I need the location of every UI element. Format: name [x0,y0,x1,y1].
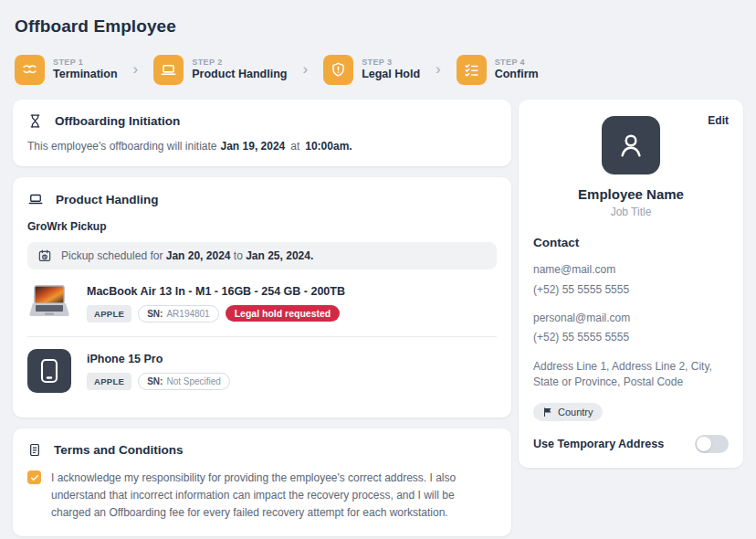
employee-job-title: Job Title [533,206,729,218]
calendar-clock-icon [37,248,52,263]
macbook-photo [27,281,71,325]
flag-icon [542,407,553,417]
card-title: Offboarding Initiation [55,114,180,128]
main-column: Offboarding Initiation This employee's o… [13,100,511,539]
chevron-right-icon: › [133,60,139,79]
step-label: STEP 2 [192,58,287,68]
contact-heading: Contact [533,236,729,249]
iphone-icon [27,349,71,393]
chevron-right-icon: › [302,60,308,79]
initiation-text: This employee's offboarding will initiat… [27,140,497,153]
page-title: Offboard Employee [15,16,743,37]
work-contact-group: name@mail.com (+52) 55 5555 5555 [533,262,729,298]
device-name: iPhone 15 Pro [87,353,230,365]
growrk-pickup-subtitle: GroWrk Pickup [27,220,497,233]
step-label: STEP 3 [362,58,420,68]
offboard-employee-page: Offboard Employee STEP 1 Termination › [0,0,756,539]
document-icon [27,442,42,458]
step-termination[interactable]: STEP 1 Termination [15,55,118,85]
temporary-address-row: Use Temporary Address [533,435,729,453]
pickup-to: to [234,249,243,262]
serial-value: AR194801 [166,309,209,319]
device-row-macbook: MacBook Air 13 In - M1 - 16GB - 254 GB -… [27,270,497,336]
temporary-address-toggle[interactable] [695,435,729,453]
pickup-start-date: Jan 20, 2024 [166,249,231,262]
offboarding-initiation-card: Offboarding Initiation This employee's o… [13,100,511,166]
chevron-right-icon: › [436,60,441,79]
shield-alert-icon [323,55,353,85]
serial-value: Not Specified [166,376,220,386]
terms-and-conditions-card: Terms and Conditions I acknowledge my re… [13,428,511,536]
address-text: Address Line 1, Address Line 2, City, St… [533,359,729,390]
serial-label: SN: [147,376,163,386]
country-label: Country [558,407,593,417]
handover-icon [15,55,45,85]
step-name: Legal Hold [362,68,420,82]
pickup-schedule-banner: Pickup scheduled for Jan 20, 2024 to Jan… [27,242,497,270]
serial-label: SN: [147,309,163,319]
step-label: STEP 4 [495,58,539,68]
serial-badge: SN: AR194801 [138,305,219,322]
pickup-end-date: Jan 25, 2024. [246,249,313,262]
laptop-icon [27,191,44,207]
step-legal-hold[interactable]: STEP 3 Legal Hold [323,55,420,85]
employee-name: Employee Name [533,186,729,202]
terms-checkbox[interactable] [27,470,41,484]
brand-badge: APPLE [87,373,131,390]
card-title: Terms and Conditions [54,443,184,457]
step-product-handling[interactable]: STEP 2 Product Handling [153,55,287,85]
personal-phone: (+52) 55 5555 5555 [533,330,729,345]
personal-contact-group: personal@mail.com (+52) 55 5555 5555 [533,311,729,346]
checklist-icon [457,55,487,85]
stepper: STEP 1 Termination › STEP 2 Product Hand… [15,55,743,85]
terms-text: I acknowledge my responsibility for prov… [51,470,478,523]
legal-hold-badge: Legal hold requested [226,305,341,322]
edit-link[interactable]: Edit [708,114,729,127]
serial-badge: SN: Not Specified [138,373,230,390]
step-confirm[interactable]: STEP 4 Confirm [457,55,539,85]
step-name: Confirm [495,68,539,82]
card-title: Product Handling [56,193,159,206]
device-name: MacBook Air 13 In - M1 - 16GB - 254 GB -… [87,285,345,298]
brand-badge: APPLE [87,305,131,322]
product-handling-card: Product Handling GroWrk Pickup Pickup sc… [13,177,511,417]
pickup-prefix: Pickup scheduled for [61,249,163,262]
work-email: name@mail.com [533,262,729,278]
initiation-time: 10:00am. [305,140,352,153]
employee-profile-card: Edit Employee Name Job Title Contact nam… [519,100,743,468]
country-badge: Country [533,403,603,421]
avatar [602,116,660,174]
personal-email: personal@mail.com [533,311,729,326]
laptop-icon [153,55,184,85]
initiation-at: at [290,140,299,153]
step-label: STEP 1 [53,58,118,68]
step-name: Termination [53,68,118,82]
hourglass-icon [27,113,43,129]
step-name: Product Handling [192,68,287,82]
temporary-address-label: Use Temporary Address [533,438,664,450]
work-phone: (+52) 55 5555 5555 [533,282,729,298]
pickup-schedule-text: Pickup scheduled for Jan 20, 2024 to Jan… [61,249,313,262]
initiation-date: Jan 19, 2024 [221,140,286,153]
device-row-iphone: iPhone 15 Pro APPLE SN: Not Specified [27,336,497,404]
initiation-prefix: This employee's offboarding will initiat… [27,140,217,153]
